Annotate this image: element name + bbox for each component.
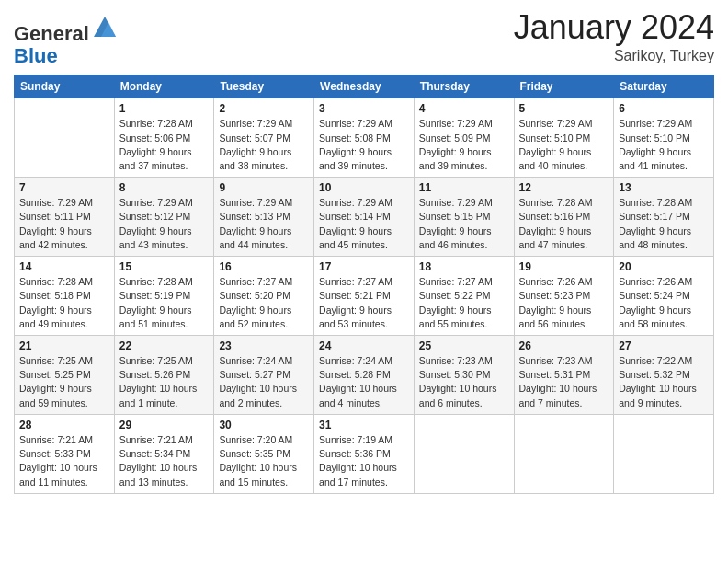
calendar-week-row: 21Sunrise: 7:25 AM Sunset: 5:25 PM Dayli… <box>15 336 714 415</box>
day-number: 14 <box>19 260 109 273</box>
calendar-header-tuesday: Tuesday <box>214 75 314 98</box>
calendar-cell <box>414 414 514 493</box>
day-info: Sunrise: 7:19 AM Sunset: 5:36 PM Dayligh… <box>319 433 409 489</box>
calendar-cell: 15Sunrise: 7:28 AM Sunset: 5:19 PM Dayli… <box>114 257 214 336</box>
logo-blue: Blue <box>14 44 58 67</box>
calendar-cell: 19Sunrise: 7:26 AM Sunset: 5:23 PM Dayli… <box>514 257 614 336</box>
day-number: 29 <box>119 419 210 431</box>
day-number: 30 <box>219 419 309 431</box>
day-info: Sunrise: 7:29 AM Sunset: 5:07 PM Dayligh… <box>219 117 309 173</box>
day-info: Sunrise: 7:28 AM Sunset: 5:18 PM Dayligh… <box>19 275 109 331</box>
day-info: Sunrise: 7:29 AM Sunset: 5:13 PM Dayligh… <box>219 196 309 252</box>
logo-icon <box>92 15 118 40</box>
day-number: 28 <box>19 419 109 431</box>
day-info: Sunrise: 7:23 AM Sunset: 5:30 PM Dayligh… <box>419 354 509 410</box>
day-number: 7 <box>19 181 109 194</box>
calendar-cell: 4Sunrise: 7:29 AM Sunset: 5:09 PM Daylig… <box>414 98 514 178</box>
calendar-cell: 5Sunrise: 7:29 AM Sunset: 5:10 PM Daylig… <box>514 98 614 178</box>
day-info: Sunrise: 7:22 AM Sunset: 5:32 PM Dayligh… <box>619 354 709 410</box>
day-number: 5 <box>519 102 609 115</box>
day-number: 15 <box>119 260 210 273</box>
calendar-cell: 30Sunrise: 7:20 AM Sunset: 5:35 PM Dayli… <box>214 414 314 493</box>
day-info: Sunrise: 7:25 AM Sunset: 5:26 PM Dayligh… <box>119 354 210 410</box>
day-info: Sunrise: 7:29 AM Sunset: 5:12 PM Dayligh… <box>119 196 210 252</box>
day-info: Sunrise: 7:29 AM Sunset: 5:15 PM Dayligh… <box>419 196 509 252</box>
calendar-header-thursday: Thursday <box>414 75 514 98</box>
calendar-header-wednesday: Wednesday <box>314 75 415 98</box>
day-info: Sunrise: 7:25 AM Sunset: 5:25 PM Dayligh… <box>19 354 109 410</box>
calendar-cell: 1Sunrise: 7:28 AM Sunset: 5:06 PM Daylig… <box>114 98 214 178</box>
calendar-cell: 10Sunrise: 7:29 AM Sunset: 5:14 PM Dayli… <box>314 178 415 257</box>
day-info: Sunrise: 7:23 AM Sunset: 5:31 PM Dayligh… <box>519 354 609 410</box>
calendar-cell: 23Sunrise: 7:24 AM Sunset: 5:27 PM Dayli… <box>214 336 314 415</box>
calendar-cell: 17Sunrise: 7:27 AM Sunset: 5:21 PM Dayli… <box>314 257 415 336</box>
day-number: 11 <box>419 181 509 194</box>
day-info: Sunrise: 7:21 AM Sunset: 5:34 PM Dayligh… <box>119 433 210 489</box>
day-number: 6 <box>619 102 709 115</box>
logo: General Blue <box>14 15 118 67</box>
calendar-cell: 20Sunrise: 7:26 AM Sunset: 5:24 PM Dayli… <box>614 257 714 336</box>
day-info: Sunrise: 7:26 AM Sunset: 5:24 PM Dayligh… <box>619 275 709 331</box>
day-info: Sunrise: 7:28 AM Sunset: 5:19 PM Dayligh… <box>119 275 210 331</box>
day-number: 18 <box>419 260 509 273</box>
calendar-cell: 24Sunrise: 7:24 AM Sunset: 5:28 PM Dayli… <box>314 336 415 415</box>
calendar-week-row: 7Sunrise: 7:29 AM Sunset: 5:11 PM Daylig… <box>15 178 714 257</box>
calendar-cell: 28Sunrise: 7:21 AM Sunset: 5:33 PM Dayli… <box>15 414 115 493</box>
day-number: 13 <box>619 181 709 194</box>
day-info: Sunrise: 7:29 AM Sunset: 5:11 PM Dayligh… <box>19 196 109 252</box>
calendar-cell: 31Sunrise: 7:19 AM Sunset: 5:36 PM Dayli… <box>314 414 415 493</box>
day-number: 24 <box>319 339 409 352</box>
day-info: Sunrise: 7:28 AM Sunset: 5:17 PM Dayligh… <box>619 196 709 252</box>
day-number: 3 <box>319 102 409 115</box>
calendar-cell: 2Sunrise: 7:29 AM Sunset: 5:07 PM Daylig… <box>214 98 314 178</box>
page-header: General Blue January 2024 Sarikoy, Turke… <box>14 9 714 67</box>
month-title: January 2024 <box>514 9 714 46</box>
day-number: 8 <box>119 181 210 194</box>
day-number: 19 <box>519 260 609 273</box>
calendar-cell: 13Sunrise: 7:28 AM Sunset: 5:17 PM Dayli… <box>614 178 714 257</box>
day-number: 26 <box>519 339 609 352</box>
day-number: 1 <box>119 102 210 115</box>
calendar-cell <box>514 414 614 493</box>
calendar-header-sunday: Sunday <box>15 75 115 98</box>
calendar-week-row: 14Sunrise: 7:28 AM Sunset: 5:18 PM Dayli… <box>15 257 714 336</box>
day-number: 4 <box>419 102 509 115</box>
location: Sarikoy, Turkey <box>514 48 714 64</box>
day-info: Sunrise: 7:27 AM Sunset: 5:21 PM Dayligh… <box>319 275 409 331</box>
day-info: Sunrise: 7:29 AM Sunset: 5:08 PM Dayligh… <box>319 117 409 173</box>
calendar-header-row: SundayMondayTuesdayWednesdayThursdayFrid… <box>15 75 714 98</box>
logo-general: General <box>14 22 89 45</box>
day-info: Sunrise: 7:26 AM Sunset: 5:23 PM Dayligh… <box>519 275 609 331</box>
title-block: January 2024 Sarikoy, Turkey <box>514 9 714 64</box>
calendar-cell: 22Sunrise: 7:25 AM Sunset: 5:26 PM Dayli… <box>114 336 214 415</box>
calendar-cell: 3Sunrise: 7:29 AM Sunset: 5:08 PM Daylig… <box>314 98 415 178</box>
day-info: Sunrise: 7:21 AM Sunset: 5:33 PM Dayligh… <box>19 433 109 489</box>
day-info: Sunrise: 7:29 AM Sunset: 5:09 PM Dayligh… <box>419 117 509 173</box>
day-number: 10 <box>319 181 409 194</box>
calendar-cell: 16Sunrise: 7:27 AM Sunset: 5:20 PM Dayli… <box>214 257 314 336</box>
day-number: 2 <box>219 102 309 115</box>
calendar-cell: 25Sunrise: 7:23 AM Sunset: 5:30 PM Dayli… <box>414 336 514 415</box>
day-info: Sunrise: 7:28 AM Sunset: 5:06 PM Dayligh… <box>119 117 210 173</box>
calendar-cell: 29Sunrise: 7:21 AM Sunset: 5:34 PM Dayli… <box>114 414 214 493</box>
day-info: Sunrise: 7:20 AM Sunset: 5:35 PM Dayligh… <box>219 433 309 489</box>
day-info: Sunrise: 7:27 AM Sunset: 5:22 PM Dayligh… <box>419 275 509 331</box>
day-number: 25 <box>419 339 509 352</box>
day-info: Sunrise: 7:29 AM Sunset: 5:10 PM Dayligh… <box>619 117 709 173</box>
day-number: 17 <box>319 260 409 273</box>
calendar-cell: 27Sunrise: 7:22 AM Sunset: 5:32 PM Dayli… <box>614 336 714 415</box>
calendar-cell: 11Sunrise: 7:29 AM Sunset: 5:15 PM Dayli… <box>414 178 514 257</box>
day-number: 23 <box>219 339 309 352</box>
calendar-cell: 18Sunrise: 7:27 AM Sunset: 5:22 PM Dayli… <box>414 257 514 336</box>
calendar-cell: 14Sunrise: 7:28 AM Sunset: 5:18 PM Dayli… <box>15 257 115 336</box>
day-number: 12 <box>519 181 609 194</box>
calendar-cell: 21Sunrise: 7:25 AM Sunset: 5:25 PM Dayli… <box>15 336 115 415</box>
calendar-cell: 7Sunrise: 7:29 AM Sunset: 5:11 PM Daylig… <box>15 178 115 257</box>
day-number: 31 <box>319 419 409 431</box>
calendar-cell: 9Sunrise: 7:29 AM Sunset: 5:13 PM Daylig… <box>214 178 314 257</box>
day-info: Sunrise: 7:27 AM Sunset: 5:20 PM Dayligh… <box>219 275 309 331</box>
calendar-table: SundayMondayTuesdayWednesdayThursdayFrid… <box>14 75 714 493</box>
day-number: 16 <box>219 260 309 273</box>
day-info: Sunrise: 7:28 AM Sunset: 5:16 PM Dayligh… <box>519 196 609 252</box>
calendar-cell <box>15 98 115 178</box>
